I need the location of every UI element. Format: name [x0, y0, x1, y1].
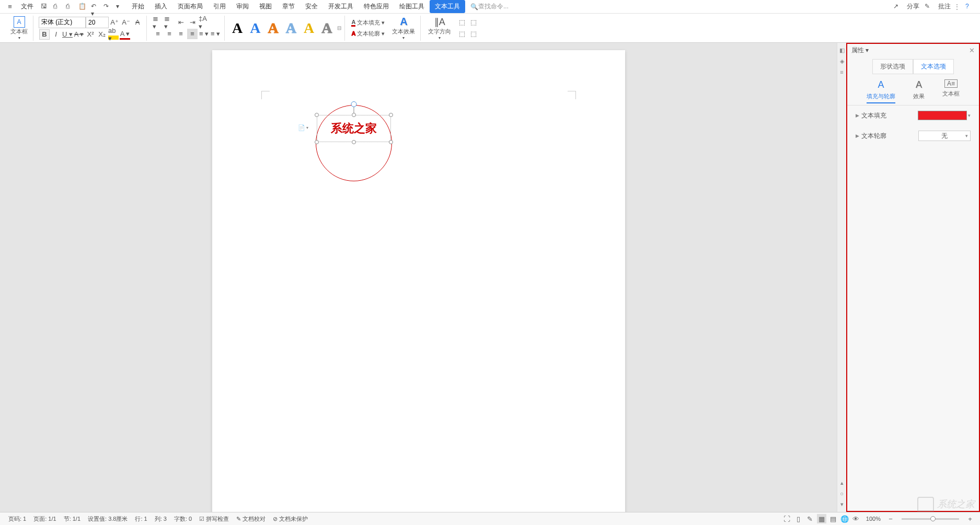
fullscreen-icon[interactable]: ⛶ — [782, 514, 792, 523]
fill-color-swatch[interactable] — [918, 111, 967, 120]
handle-tc[interactable] — [352, 113, 356, 117]
textbox-button[interactable]: A 文本框 ▾ — [8, 15, 30, 41]
tab-shape-options[interactable]: 形状选项 — [872, 59, 913, 74]
search-box[interactable]: 🔍 查找命令... — [470, 2, 509, 11]
dropdown-icon[interactable]: ▾ — [116, 3, 124, 11]
vt-1-icon[interactable]: ◧ — [839, 47, 845, 54]
menu-review[interactable]: 审阅 — [231, 0, 254, 13]
bullet-list-icon[interactable]: ≣ ▾ — [153, 17, 163, 28]
next-textbox-icon[interactable]: ⬚ — [468, 29, 479, 39]
tab-text-options[interactable]: 文本选项 — [913, 59, 954, 74]
decrease-font-icon[interactable]: A⁻ — [121, 17, 131, 28]
align-left-icon[interactable]: ≡ — [153, 29, 163, 39]
align-distribute-icon[interactable]: ≡ ▾ — [199, 29, 209, 39]
layout-view-icon[interactable]: ▤ — [828, 514, 838, 523]
save-icon[interactable]: 🖫 — [41, 3, 49, 11]
font-color-button[interactable]: A ▾ — [120, 29, 130, 40]
menu-insert[interactable]: 插入 — [149, 0, 172, 13]
zoom-out-icon[interactable]: − — [886, 514, 895, 523]
menu-view[interactable]: 视图 — [254, 0, 277, 13]
status-section[interactable]: 节: 1/1 — [61, 515, 84, 523]
reading-view-icon[interactable]: ▯ — [794, 514, 803, 523]
subtab-effect[interactable]: A 效果 — [913, 79, 925, 103]
print-icon[interactable]: ⎙ — [66, 3, 74, 11]
subtab-textbox[interactable]: A≡ 文本框 — [942, 79, 960, 103]
highlight-button[interactable]: ab ▾ — [108, 29, 119, 40]
subtab-fill-outline[interactable]: A 填充与轮廓 — [867, 79, 895, 103]
scroll-circle-icon[interactable]: ○ — [840, 491, 844, 497]
handle-tr[interactable] — [389, 113, 393, 117]
vt-2-icon[interactable]: ◈ — [840, 58, 844, 65]
comment-label[interactable]: 批注 — [938, 2, 951, 11]
status-position[interactable]: 设置值: 3.8厘米 — [85, 515, 131, 523]
wordart-style-1[interactable]: A — [230, 20, 245, 37]
underline-button[interactable]: U ▾ — [62, 29, 73, 40]
textbox-selection[interactable]: 系统之家 — [317, 115, 391, 142]
expand-fill-icon[interactable]: ▶ — [856, 113, 859, 118]
paragraph-spacing-icon[interactable]: ≡ ▾ — [210, 29, 221, 39]
status-charcount[interactable]: 字数: 0 — [171, 515, 195, 523]
menu-special[interactable]: 特色应用 — [359, 0, 394, 13]
wordart-style-2[interactable]: A — [248, 20, 262, 37]
menu-file[interactable]: 文件 — [16, 0, 39, 13]
text-outline-button[interactable]: A 文本轮廓 ▾ — [350, 29, 386, 39]
number-list-icon[interactable]: ≣ ▾ — [164, 17, 175, 28]
menu-reference[interactable]: 引用 — [208, 0, 231, 13]
align-center-icon[interactable]: ≡ — [164, 29, 175, 39]
vt-3-icon[interactable]: ≡ — [840, 69, 843, 75]
page-view-icon[interactable]: ▦ — [817, 514, 826, 523]
wordart-more-icon[interactable]: ⊟ — [337, 25, 341, 31]
document-page[interactable]: 📄▾ 系统之家 — [212, 50, 625, 512]
redo-icon[interactable]: ↷ — [103, 3, 112, 11]
italic-button[interactable]: I — [51, 29, 61, 40]
wordart-style-4[interactable]: A — [284, 20, 298, 37]
text-effect-button[interactable]: A 文本效果 ▾ — [390, 15, 417, 41]
line-spacing-icon[interactable]: ‡A ▾ — [199, 17, 209, 28]
menu-chapter[interactable]: 章节 — [277, 0, 300, 13]
menu-start[interactable]: 开始 — [126, 0, 149, 13]
handle-tl[interactable] — [315, 113, 319, 117]
scroll-up-icon[interactable]: ▴ — [840, 480, 844, 486]
align-justify-icon[interactable]: ≡ — [187, 29, 198, 39]
menu-page-layout[interactable]: 页面布局 — [172, 0, 208, 13]
zoom-value[interactable]: 100% — [863, 516, 884, 522]
wordart-style-3[interactable]: A — [266, 20, 280, 37]
handle-bc[interactable] — [352, 140, 356, 144]
print-preview-icon[interactable]: ⎙ — [53, 3, 62, 11]
status-line[interactable]: 行: 1 — [132, 515, 150, 523]
status-spellcheck[interactable]: ☑ 拼写检查 — [196, 515, 232, 523]
wordart-style-6[interactable]: A — [319, 20, 334, 37]
share-label[interactable]: 分享 — [907, 2, 919, 11]
expand-outline-icon[interactable]: ▶ — [856, 133, 859, 138]
handle-br[interactable] — [389, 140, 393, 144]
share-icon[interactable]: ↗ — [893, 3, 902, 11]
fill-color-dropdown-icon[interactable]: ▾ — [968, 113, 971, 118]
text-direction-button[interactable]: ∥A 文字方向 ▾ — [426, 15, 453, 41]
hamburger-icon[interactable]: ≡ — [5, 2, 15, 12]
status-pagecount[interactable]: 页面: 1/1 — [30, 515, 59, 523]
undo-icon[interactable]: ↶ ▾ — [91, 3, 99, 11]
eye-view-icon[interactable]: 👁 — [851, 514, 861, 523]
comment-icon[interactable]: ✎ — [925, 3, 933, 11]
clear-format-icon[interactable]: A — [132, 17, 143, 28]
status-column[interactable]: 列: 3 — [152, 515, 170, 523]
paste-icon[interactable]: 📋 — [78, 3, 87, 11]
decrease-indent-icon[interactable]: ⇤ — [176, 17, 186, 28]
web-view-icon[interactable]: 🌐 — [840, 514, 849, 523]
status-docproof[interactable]: ✎ 文档校对 — [233, 515, 269, 523]
help-icon[interactable]: ? — [965, 3, 974, 11]
superscript-button[interactable]: X² — [85, 29, 96, 40]
font-name-select[interactable] — [39, 17, 86, 28]
subscript-button[interactable]: X₂ — [97, 29, 107, 40]
menu-drawing-tools[interactable]: 绘图工具 — [394, 0, 430, 13]
rotation-handle[interactable] — [351, 101, 356, 107]
shape-text[interactable]: 系统之家 — [331, 121, 377, 136]
menu-security[interactable]: 安全 — [300, 0, 323, 13]
outline-select[interactable]: 无 ▾ — [918, 131, 971, 141]
outline-view-icon[interactable]: ✎ — [805, 514, 815, 523]
align-right-icon[interactable]: ≡ — [176, 29, 186, 39]
paste-options-icon[interactable]: 📄▾ — [298, 124, 308, 131]
panel-close-icon[interactable]: ✕ — [969, 46, 975, 54]
increase-indent-icon[interactable]: ⇥ — [187, 17, 198, 28]
menu-text-tools[interactable]: 文本工具 — [430, 0, 465, 13]
